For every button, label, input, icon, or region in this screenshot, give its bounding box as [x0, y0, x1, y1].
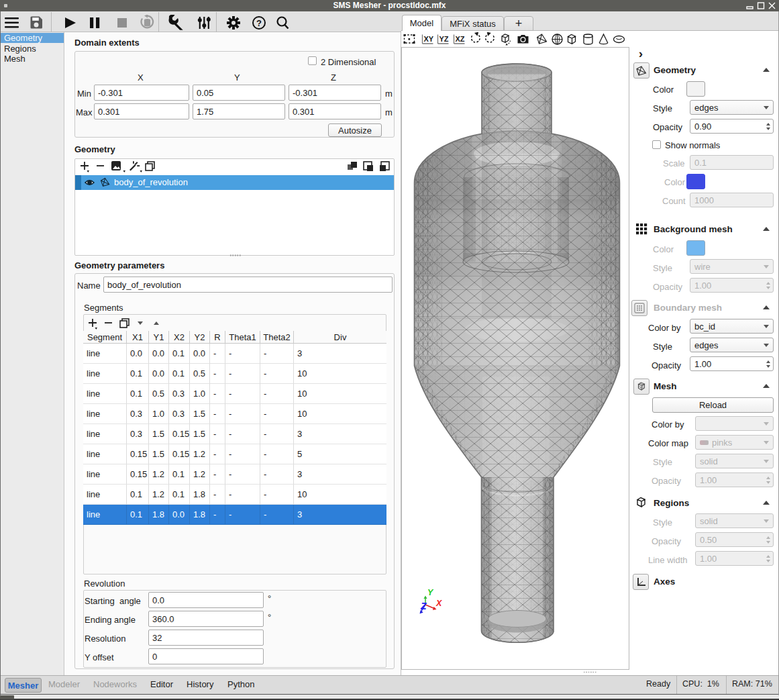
svg-text:XZ: XZ [456, 35, 465, 43]
svg-text:X: X [435, 599, 442, 608]
svg-text:Y: Y [427, 588, 434, 597]
svg-text:YZ: YZ [439, 35, 449, 43]
svg-text:XY: XY [424, 35, 434, 43]
svg-text:?: ? [256, 18, 262, 28]
svg-text:Z: Z [420, 601, 427, 611]
